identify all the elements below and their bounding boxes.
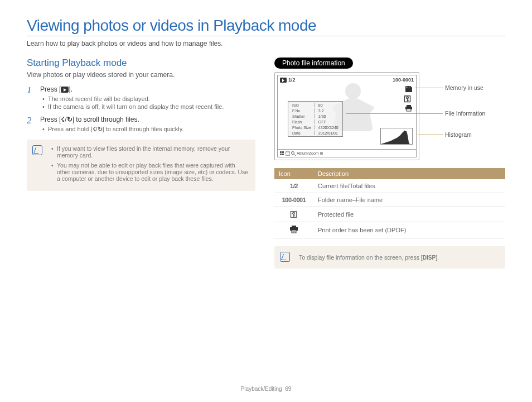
row3-lock-icon: ⚿ — [290, 210, 298, 218]
camera-screen: 1/2 100-0001 ⚿ ISO80 F.No3.2 Shutter1/ — [274, 72, 419, 160]
lock-icon: ⚿ — [404, 95, 414, 102]
photo-info-pill: Photo file information — [274, 58, 353, 69]
callout-line-histo — [418, 135, 443, 135]
callout-mem: Memory in use — [445, 84, 483, 91]
section-title: Starting Playback mode — [27, 58, 255, 69]
icon-table: Icon Description 1/2 Current file/Total … — [274, 168, 505, 238]
svg-rect-7 — [282, 151, 284, 153]
row4-printer-icon — [274, 222, 313, 238]
callout-line-mem — [415, 88, 443, 88]
histogram — [380, 128, 413, 145]
step2-text-b: ] to scroll through files. — [72, 116, 139, 123]
screen-topbar: 1/2 100-0001 — [280, 77, 414, 83]
col-right: Photo file information 1/2 100-0001 ⚿ — [274, 58, 505, 269]
step-body-1: Press []. The most recent file will be d… — [40, 85, 255, 111]
note2-a: To display file information on the scree… — [299, 254, 423, 261]
row2-icon: 100-0001 — [282, 197, 306, 203]
playback-icon — [61, 87, 69, 93]
svg-rect-9 — [282, 154, 284, 155]
note2-b: ]. — [436, 254, 439, 261]
svg-rect-0 — [407, 87, 407, 88]
bottombar-text: Album/Zoom In — [297, 151, 323, 155]
step1-bullet2: If the camera is off, it will turn on an… — [48, 103, 255, 110]
svg-rect-10 — [286, 152, 290, 155]
step1-text-b: ]. — [69, 85, 72, 93]
info-dt-v: 2012/01/01 — [316, 131, 341, 135]
timer-icon: ↻ — [67, 116, 72, 123]
svg-rect-8 — [280, 154, 282, 155]
svg-rect-5 — [407, 109, 411, 111]
grid-icon — [280, 151, 284, 156]
step1-text-a: Press [ — [40, 85, 61, 93]
info-fno-l: F.No — [289, 108, 315, 113]
info-sh-l: Shutter — [289, 114, 315, 118]
section-intro: View photos or play videos stored in you… — [27, 71, 255, 79]
row4-desc: Print order has been set (DPOF) — [313, 222, 505, 238]
info-ps-l: Photo Size — [289, 125, 315, 130]
disp-icon: DISP — [423, 255, 436, 261]
row2-desc: Folder name–File name — [313, 193, 505, 207]
info-sh-v: 1/30 — [316, 114, 341, 118]
printer-icon — [404, 104, 414, 112]
note-icon-2 — [280, 252, 290, 262]
note-li2: You may not be able to edit or play back… — [57, 162, 249, 182]
note-box-right: To display file information on the scree… — [274, 246, 505, 269]
note-box-left: If you want to view files stored in the … — [27, 140, 255, 191]
timer-icon-2: ↻ — [98, 126, 103, 133]
row1-desc: Current file/Total files — [313, 179, 505, 193]
footer: Playback/Editing 69 — [0, 386, 532, 392]
footer-page: 69 — [285, 386, 291, 392]
info-fno-v: 3.2 — [316, 108, 341, 113]
svg-rect-13 — [292, 226, 296, 227]
note-li1: If you want to view files stored in the … — [57, 145, 249, 159]
th-icon: Icon — [274, 168, 313, 179]
row1-icon: 1/2 — [290, 183, 298, 189]
step1-bullet1: The most recent file will be displayed. — [48, 95, 255, 102]
step-num-1: 1 — [27, 85, 36, 111]
table-row: ⚿ Protected file — [274, 207, 505, 222]
topbar-file: 100-0001 — [393, 77, 414, 83]
table-row: 1/2 Current file/Total files — [274, 179, 505, 193]
right-icons: ⚿ — [404, 85, 414, 112]
step-2: 2 Press [☇/↻] to scroll through files. P… — [27, 116, 255, 134]
info-panel: ISO80 F.No3.2 Shutter1/30 FlashOFF Photo… — [288, 101, 343, 137]
callout-fileinfo: File Information — [445, 110, 485, 117]
callout-histo: Histogram — [445, 131, 472, 138]
svg-rect-15 — [292, 230, 296, 233]
svg-point-11 — [292, 151, 294, 154]
screen-inner: 1/2 100-0001 ⚿ ISO80 F.No3.2 Shutter1/ — [277, 75, 417, 157]
step2-bullet1: Press and hold [☇/↻] to scroll through f… — [48, 126, 255, 133]
info-iso-v: 80 — [316, 103, 341, 107]
note2-text: To display file information on the scree… — [299, 254, 439, 261]
step-num-2: 2 — [27, 116, 36, 134]
title-rule — [27, 36, 505, 36]
page-title: Viewing photos or videos in Playback mod… — [27, 17, 505, 35]
svg-rect-1 — [408, 87, 408, 88]
step2b-b: ] to scroll through files quickly. — [103, 126, 184, 132]
topbar-play-icon — [280, 78, 287, 83]
svg-rect-3 — [407, 105, 411, 107]
info-dt-l: Date — [289, 131, 315, 135]
magnify-icon — [291, 151, 296, 156]
svg-rect-2 — [409, 87, 409, 88]
info-ps-v: 4320X3240 — [316, 125, 341, 130]
topbar-count: 1/2 — [288, 77, 296, 83]
footer-section: Playback/Editing — [241, 386, 282, 392]
info-iso-l: ISO — [289, 103, 315, 107]
columns: Starting Playback mode View photos or pl… — [27, 58, 505, 269]
step2b-a: Press and hold [ — [48, 126, 93, 132]
screen-bottombar: Album/Zoom In — [278, 149, 416, 157]
info-fl-v: OFF — [316, 119, 341, 124]
card-icon — [404, 85, 414, 93]
th-desc: Description — [313, 168, 505, 179]
table-row: 100-0001 Folder name–File name — [274, 193, 505, 207]
svg-line-12 — [294, 154, 296, 156]
svg-rect-6 — [280, 151, 282, 153]
step-body-2: Press [☇/↻] to scroll through files. Pre… — [40, 116, 255, 134]
step2-text-a: Press [ — [40, 116, 61, 123]
row3-desc: Protected file — [313, 207, 505, 222]
note-icon — [32, 145, 42, 155]
screen-wrap: 1/2 100-0001 ⚿ ISO80 F.No3.2 Shutter1/ — [274, 72, 505, 160]
topbar-left: 1/2 — [280, 77, 296, 83]
page-intro: Learn how to play back photos or videos … — [27, 40, 505, 47]
